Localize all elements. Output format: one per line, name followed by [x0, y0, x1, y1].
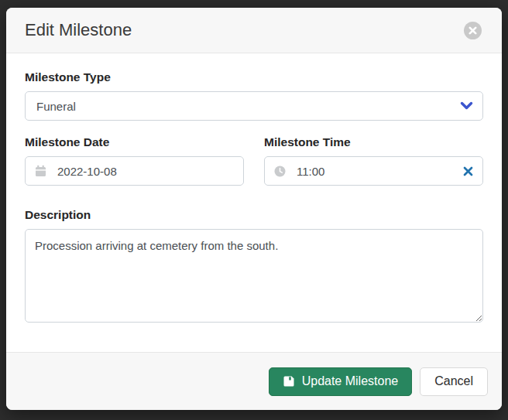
- edit-milestone-dialog: Edit Milestone Milestone Type Funeral: [6, 8, 502, 410]
- update-milestone-button[interactable]: Update Milestone: [269, 367, 413, 396]
- milestone-type-select[interactable]: Funeral: [25, 91, 483, 121]
- milestone-date-group: Milestone Date: [25, 135, 244, 186]
- cancel-label: Cancel: [434, 374, 473, 388]
- close-button[interactable]: [464, 22, 482, 39]
- dialog-header: Edit Milestone: [6, 8, 502, 53]
- update-milestone-label: Update Milestone: [302, 374, 399, 388]
- dialog-body: Milestone Type Funeral Milestone Date: [6, 53, 502, 352]
- clear-time-button[interactable]: [463, 166, 473, 176]
- clock-icon: [274, 166, 286, 177]
- milestone-type-label: Milestone Type: [25, 70, 483, 84]
- x-circle-icon: [469, 26, 477, 35]
- description-group: Description Procession arriving at cemet…: [25, 208, 483, 326]
- calendar-icon: [35, 165, 46, 177]
- milestone-time-input[interactable]: [264, 156, 483, 186]
- x-icon: [463, 166, 473, 176]
- milestone-time-value[interactable]: [297, 165, 457, 178]
- milestone-date-input[interactable]: [25, 156, 244, 186]
- dialog-footer: Update Milestone Cancel: [6, 352, 502, 410]
- save-icon: [283, 375, 295, 388]
- description-label: Description: [25, 208, 483, 222]
- date-time-row: Milestone Date Milestone Time: [25, 135, 483, 186]
- dialog-title: Edit Milestone: [25, 19, 132, 41]
- chevron-down-icon: [460, 101, 473, 111]
- milestone-type-group: Milestone Type Funeral: [25, 70, 483, 121]
- milestone-type-value: Funeral: [35, 100, 460, 113]
- milestone-time-group: Milestone Time: [264, 135, 483, 186]
- cancel-button[interactable]: Cancel: [420, 367, 488, 396]
- milestone-time-label: Milestone Time: [264, 135, 483, 149]
- milestone-date-value[interactable]: [57, 165, 234, 178]
- description-textarea[interactable]: Procession arriving at cemetery from the…: [25, 229, 483, 323]
- milestone-date-label: Milestone Date: [25, 135, 244, 149]
